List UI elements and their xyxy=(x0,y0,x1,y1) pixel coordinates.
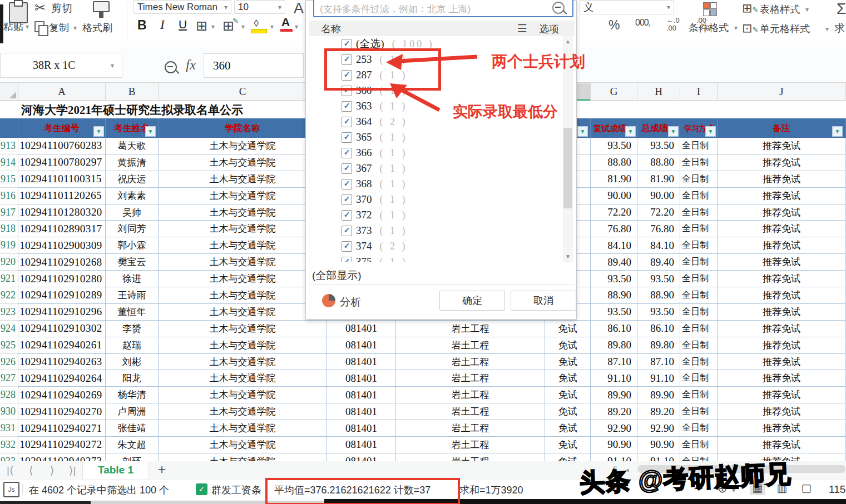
cell-college[interactable]: 土木与交通学院 xyxy=(159,337,327,354)
cell-study-mode[interactable]: 全日制 xyxy=(680,304,718,321)
cell-total-score[interactable]: 81.90 xyxy=(637,171,680,188)
cell-total-score[interactable]: 89.40 xyxy=(637,254,680,271)
format-painter-button[interactable]: 格式刷 xyxy=(82,21,112,34)
comma-style-button[interactable]: 000, xyxy=(635,18,650,28)
cell-study-mode[interactable]: 全日制 xyxy=(680,138,718,154)
cell-study-mode[interactable]: 全日制 xyxy=(680,287,718,304)
cell-college[interactable]: 土木与交通学院 xyxy=(159,354,327,371)
row-number[interactable]: 923 xyxy=(0,304,18,321)
cell-exam-no[interactable]: 102941100780297 xyxy=(18,154,106,171)
filter-value-item[interactable]: ✓ 372 ( 1 ) xyxy=(309,207,575,223)
row-number[interactable]: 918 xyxy=(0,221,18,237)
last-sheet-icon[interactable]: ⟩| xyxy=(69,464,76,477)
scrollbar-thumb[interactable] xyxy=(563,128,572,208)
grow-font-button[interactable]: A xyxy=(294,0,304,17)
cell-exam-no[interactable]: 102941102910289 xyxy=(18,287,106,304)
cell-exam-no[interactable]: 102941100760283 xyxy=(18,138,106,154)
cell-retest-score[interactable]: 93.50 xyxy=(591,138,637,154)
cell-remark[interactable]: 推荐免试 xyxy=(718,204,846,221)
cell-exam-no[interactable]: 102941102910268 xyxy=(18,254,106,271)
copy-button[interactable]: 复制 xyxy=(49,21,69,34)
cell-major-name[interactable]: 岩土工程 xyxy=(396,354,545,371)
cell-retest-score[interactable]: 76.80 xyxy=(591,221,637,237)
cell-major-code[interactable]: 081401 xyxy=(327,387,396,403)
cell-exam-no[interactable]: 102941102940269 xyxy=(18,387,106,403)
add-sheet-button[interactable]: + xyxy=(158,462,166,477)
cell-total-score[interactable]: 84.10 xyxy=(637,237,680,254)
cell-major-code[interactable]: 081401 xyxy=(327,354,396,371)
cell-college[interactable]: 土木与交通学院 xyxy=(159,204,327,221)
table-style-button[interactable]: 表格样式 xyxy=(760,3,800,16)
filter-value-item[interactable]: ✓ 370 ( 1 ) xyxy=(309,192,575,207)
cell-remark[interactable]: 推荐免试 xyxy=(718,387,846,403)
row-number[interactable]: 926 xyxy=(0,354,18,371)
cell-retest-score[interactable]: 89.20 xyxy=(591,403,637,420)
cell-exam-no[interactable]: 102941102940261 xyxy=(18,337,106,354)
scroll-up-icon[interactable]: ▲ xyxy=(563,38,573,44)
row-number[interactable]: 919 xyxy=(0,237,18,254)
cell-retest-score[interactable]: 91.10 xyxy=(591,370,637,387)
show-all-link[interactable]: (全部显示) xyxy=(312,268,362,283)
filter-button-study-mode[interactable]: ▼ xyxy=(705,126,716,137)
cell-retest-score[interactable]: 81.90 xyxy=(591,171,637,188)
cell-name[interactable]: 张佳靖 xyxy=(106,420,159,437)
autosum-button[interactable]: 求 xyxy=(834,21,845,36)
cell-retest-score[interactable]: 87.10 xyxy=(591,354,637,371)
cell-study-mode[interactable]: 全日制 xyxy=(680,254,718,271)
cell-exam-no[interactable]: 102941102940264 xyxy=(18,370,106,387)
row-number[interactable]: 920 xyxy=(0,254,18,271)
cell-initial-score[interactable]: 免试 xyxy=(545,370,591,387)
cell-name[interactable]: 刘彬 xyxy=(106,354,159,371)
conditional-format-caret[interactable]: ▾ xyxy=(734,24,738,32)
cell-study-mode[interactable]: 全日制 xyxy=(680,370,718,387)
cell-total-score[interactable]: 86.10 xyxy=(637,321,680,337)
cell-study-mode[interactable]: 全日制 xyxy=(680,188,718,204)
cell-style-caret[interactable]: ▾ xyxy=(825,25,829,33)
cell-exam-no[interactable]: 102941102910296 xyxy=(18,304,106,321)
checkbox-checked-icon[interactable]: ✓ xyxy=(342,148,352,158)
cell-remark[interactable]: 推荐免试 xyxy=(718,354,846,371)
cell-college[interactable]: 土木与交通学院 xyxy=(159,188,327,204)
cell-college[interactable]: 土木与交通学院 xyxy=(159,221,327,237)
filter-search-input[interactable]: (支持多条件过滤，例如：北京 上海) xyxy=(313,0,573,17)
fill-color-icon[interactable]: ⬨ xyxy=(254,16,259,29)
cell-study-mode[interactable]: 全日制 xyxy=(680,403,718,420)
cell-initial-score[interactable]: 免试 xyxy=(545,420,591,437)
cell-college[interactable]: 土木与交通学院 xyxy=(159,370,327,387)
cell-college[interactable]: 土木与交通学院 xyxy=(159,138,327,154)
cell-college[interactable]: 土木与交通学院 xyxy=(159,154,327,171)
checkbox-checked-icon[interactable]: ✓ xyxy=(342,101,352,112)
cell-college[interactable]: 土木与交通学院 xyxy=(159,271,327,287)
filter-value-item[interactable]: ✓ 373 ( 1 ) xyxy=(309,223,575,238)
cell-exam-no[interactable]: 102941101120265 xyxy=(18,188,106,204)
cell-total-score[interactable]: 89.20 xyxy=(637,403,680,420)
cell-major-name[interactable]: 岩土工程 xyxy=(396,437,545,453)
first-sheet-icon[interactable]: |⟨ xyxy=(7,464,13,477)
checkbox-checked-icon[interactable]: ✓ xyxy=(342,210,352,221)
column-letter-I[interactable]: I xyxy=(680,83,718,101)
italic-button[interactable]: I xyxy=(160,18,165,32)
cell-total-score[interactable]: 88.90 xyxy=(637,287,680,304)
row-number[interactable]: 913 xyxy=(0,138,18,154)
cell-initial-score[interactable]: 免试 xyxy=(545,437,591,453)
cell-major-name[interactable]: 岩土工程 xyxy=(396,403,545,420)
cell-total-score[interactable]: 87.10 xyxy=(637,354,680,371)
cell-initial-score[interactable]: 免试 xyxy=(545,403,591,420)
row-number[interactable]: 924 xyxy=(0,321,18,337)
cell-major-code[interactable]: 081401 xyxy=(327,321,396,337)
cut-button[interactable]: 剪切 xyxy=(51,1,72,16)
cell-remark[interactable]: 推荐免试 xyxy=(718,254,846,271)
cell-college[interactable]: 土木与交通学院 xyxy=(159,171,327,188)
cell-name[interactable]: 朱文超 xyxy=(106,437,159,453)
filter-button-initial-score[interactable]: ▼ xyxy=(577,126,588,137)
name-box-caret[interactable]: ▾ xyxy=(111,62,114,69)
cell-initial-score[interactable]: 免试 xyxy=(545,321,591,337)
borders-caret[interactable]: ▾ xyxy=(211,23,215,31)
analyze-button[interactable]: 分析 xyxy=(340,295,361,310)
macro-js-icon[interactable]: Js xyxy=(3,482,19,497)
cell-retest-score[interactable]: 89.40 xyxy=(591,254,637,271)
autosum-icon[interactable]: Σ xyxy=(837,0,846,18)
cell-remark[interactable]: 推荐免试 xyxy=(718,221,846,237)
row-number[interactable]: 914 xyxy=(0,154,18,171)
header-college[interactable]: 学院名称 xyxy=(159,118,327,138)
